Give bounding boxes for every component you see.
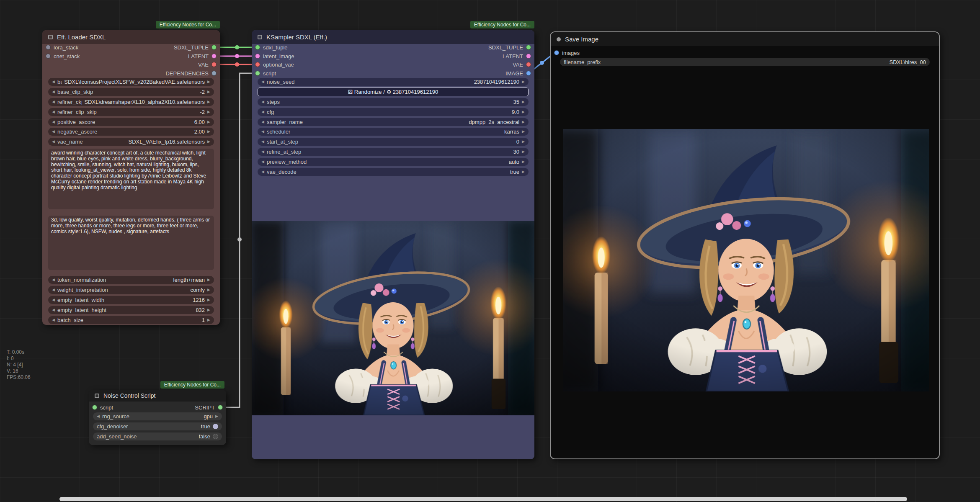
widget-rng-source[interactable]: ◀ rng_source gpu ▶ xyxy=(93,412,222,420)
port-dot[interactable] xyxy=(526,45,531,50)
widget-base-clip-skip[interactable]: ◀ base_clip_skip -2 ▶ xyxy=(48,88,214,96)
arrow-right-icon[interactable]: ▶ xyxy=(207,80,210,84)
widget-empty-latent-width[interactable]: ◀ empty_latent_width 1216 ▶ xyxy=(48,296,214,304)
node-titlebar[interactable]: Save Image xyxy=(551,32,939,46)
widget-base-ckpt-name[interactable]: ◀ base_ckpt_name SDXL\IconsusProjectXLSF… xyxy=(48,78,214,86)
arrow-right-icon[interactable]: ▶ xyxy=(207,278,210,282)
widget-start-at-step[interactable]: ◀ start_at_step 0 ▶ xyxy=(258,138,529,146)
port-dot[interactable] xyxy=(554,50,559,55)
arrow-right-icon[interactable]: ▶ xyxy=(522,170,525,174)
positive-prompt-textarea[interactable]: award winning character concept art of, … xyxy=(48,149,214,209)
arrow-left-icon[interactable]: ◀ xyxy=(52,80,55,84)
arrow-left-icon[interactable]: ◀ xyxy=(52,278,55,282)
node-titlebar[interactable]: Eff. Loader SDXL xyxy=(42,30,220,44)
widget-refine-at-step[interactable]: ◀ refine_at_step 30 ▶ xyxy=(258,148,529,156)
widget-scheduler[interactable]: ◀ scheduler karras ▶ xyxy=(258,128,529,136)
node-noise-control-script[interactable]: Noise Control Script script SCRIPT ◀ rng… xyxy=(89,390,226,445)
widget-vae-decode[interactable]: ◀ vae_decode true ▶ xyxy=(258,168,529,176)
output-port-latent[interactable]: LATENT xyxy=(503,52,531,60)
arrow-left-icon[interactable]: ◀ xyxy=(261,150,264,154)
arrow-right-icon[interactable]: ▶ xyxy=(207,110,210,114)
output-port-script[interactable]: SCRIPT xyxy=(195,403,223,412)
input-port-images[interactable]: images xyxy=(554,49,580,57)
output-port-vae[interactable]: VAE xyxy=(198,60,217,69)
collapse-icon[interactable] xyxy=(258,35,262,39)
collapse-icon[interactable] xyxy=(48,35,53,39)
arrow-left-icon[interactable]: ◀ xyxy=(97,414,100,418)
widget-steps[interactable]: ◀ steps 35 ▶ xyxy=(258,98,529,106)
port-dot[interactable] xyxy=(211,62,217,67)
collapse-icon[interactable] xyxy=(557,37,561,41)
randomize-seed-button[interactable]: ⚄ Randomize / ♻ 238710419612190 xyxy=(258,88,529,96)
negative-prompt-textarea[interactable]: 3d, low quality, worst quality, mutation… xyxy=(48,216,214,270)
port-dot[interactable] xyxy=(255,62,260,67)
arrow-left-icon[interactable]: ◀ xyxy=(261,80,264,84)
arrow-left-icon[interactable]: ◀ xyxy=(52,288,55,292)
port-dot[interactable] xyxy=(92,405,97,410)
port-dot[interactable] xyxy=(211,54,217,59)
widget-noise-seed[interactable]: ◀ noise_seed 238710419612190 ▶ xyxy=(258,78,529,86)
arrow-right-icon[interactable]: ▶ xyxy=(207,130,210,134)
arrow-left-icon[interactable]: ◀ xyxy=(261,120,264,124)
arrow-left-icon[interactable]: ◀ xyxy=(52,140,55,144)
arrow-right-icon[interactable]: ▶ xyxy=(522,100,525,104)
node-graph-canvas[interactable]: Efficiency Nodes for Co... Efficiency No… xyxy=(0,0,980,502)
widget-vae-name[interactable]: ◀ vae_name SDXL_VAEfix_fp16.safetensors … xyxy=(48,138,214,146)
port-dot[interactable] xyxy=(526,54,531,59)
arrow-left-icon[interactable]: ◀ xyxy=(261,100,264,104)
widget-cfg-denoiser[interactable]: cfg_denoiser true xyxy=(93,422,222,430)
arrow-right-icon[interactable]: ▶ xyxy=(207,100,210,104)
arrow-right-icon[interactable]: ▶ xyxy=(207,298,210,302)
node-save-image[interactable]: Save Image images filename_prefix SDXL\h… xyxy=(550,31,940,459)
port-dot[interactable] xyxy=(255,54,260,59)
input-port-script[interactable]: script xyxy=(255,69,276,77)
widget-filename-prefix[interactable]: filename_prefix SDXL\hires_00 xyxy=(560,58,930,66)
arrow-left-icon[interactable]: ◀ xyxy=(52,308,55,312)
widget-add-seed-noise[interactable]: add_seed_noise false xyxy=(93,432,222,440)
widget-positive-ascore[interactable]: ◀ positive_ascore 6.00 ▶ xyxy=(48,118,214,126)
arrow-left-icon[interactable]: ◀ xyxy=(52,130,55,134)
arrow-right-icon[interactable]: ▶ xyxy=(522,120,525,124)
output-port-sdxl-tuple[interactable]: SDXL_TUPLE xyxy=(174,43,217,51)
arrow-right-icon[interactable]: ▶ xyxy=(522,150,525,154)
input-port-cnet-stack[interactable]: cnet_stack xyxy=(46,52,80,60)
node-ksampler-sdxl[interactable]: KSampler SDXL (Eff.) sdxl_tuple latent_i… xyxy=(252,30,534,459)
widget-negative-ascore[interactable]: ◀ negative_ascore 2.00 ▶ xyxy=(48,128,214,136)
arrow-right-icon[interactable]: ▶ xyxy=(522,160,525,164)
arrow-right-icon[interactable]: ▶ xyxy=(207,318,210,322)
arrow-right-icon[interactable]: ▶ xyxy=(522,140,525,144)
arrow-left-icon[interactable]: ◀ xyxy=(261,170,264,174)
output-port-sdxl-tuple[interactable]: SDXL_TUPLE xyxy=(488,43,531,51)
input-port-lora-stack[interactable]: lora_stack xyxy=(46,43,78,51)
port-dot[interactable] xyxy=(211,71,217,76)
output-port-dependencies[interactable]: DEPENDENCIES xyxy=(165,69,217,77)
node-titlebar[interactable]: KSampler SDXL (Eff.) xyxy=(252,30,534,44)
widget-refiner-clip-skip[interactable]: ◀ refiner_clip_skip -2 ▶ xyxy=(48,108,214,116)
output-port-image[interactable]: IMAGE xyxy=(505,69,531,77)
node-eff-loader-sdxl[interactable]: Eff. Loader SDXL lora_stack cnet_stack S… xyxy=(42,30,220,325)
widget-sampler-name[interactable]: ◀ sampler_name dpmpp_2s_ancestral ▶ xyxy=(258,118,529,126)
arrow-right-icon[interactable]: ▶ xyxy=(207,140,210,144)
input-port-latent-image[interactable]: latent_image xyxy=(255,52,294,60)
arrow-left-icon[interactable]: ◀ xyxy=(52,110,55,114)
arrow-left-icon[interactable]: ◀ xyxy=(261,160,264,164)
toggle-on-icon[interactable] xyxy=(213,424,218,429)
widget-weight-interpretation[interactable]: ◀ weight_interpretation comfy ▶ xyxy=(48,286,214,294)
arrow-left-icon[interactable]: ◀ xyxy=(261,140,264,144)
arrow-right-icon[interactable]: ▶ xyxy=(522,110,525,114)
port-dot[interactable] xyxy=(526,62,531,67)
arrow-right-icon[interactable]: ▶ xyxy=(215,414,218,418)
widget-preview-method[interactable]: ◀ preview_method auto ▶ xyxy=(258,158,529,166)
arrow-right-icon[interactable]: ▶ xyxy=(207,90,210,94)
port-dot[interactable] xyxy=(255,45,260,50)
port-dot[interactable] xyxy=(218,405,223,410)
arrow-left-icon[interactable]: ◀ xyxy=(52,100,55,104)
arrow-left-icon[interactable]: ◀ xyxy=(52,90,55,94)
arrow-left-icon[interactable]: ◀ xyxy=(52,120,55,124)
widget-cfg[interactable]: ◀ cfg 9.0 ▶ xyxy=(258,108,529,116)
arrow-right-icon[interactable]: ▶ xyxy=(522,80,525,84)
widget-batch-size[interactable]: ◀ batch_size 1 ▶ xyxy=(48,316,214,324)
output-port-latent[interactable]: LATENT xyxy=(188,52,217,60)
arrow-left-icon[interactable]: ◀ xyxy=(261,110,264,114)
arrow-left-icon[interactable]: ◀ xyxy=(52,318,55,322)
